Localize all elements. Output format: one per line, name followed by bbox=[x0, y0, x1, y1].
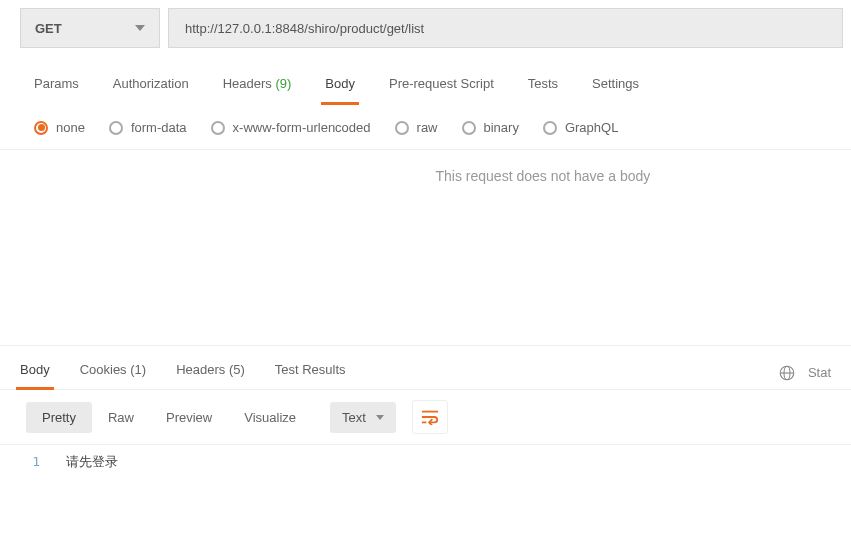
response-tabs: Body Cookies (1) Headers (5) Test Result… bbox=[0, 345, 851, 389]
radio-label: form-data bbox=[131, 120, 187, 135]
response-tab-headers-label: Headers bbox=[176, 362, 225, 377]
radio-label: none bbox=[56, 120, 85, 135]
http-method-value: GET bbox=[35, 21, 62, 36]
response-tab-body[interactable]: Body bbox=[16, 356, 54, 389]
line-number: 1 bbox=[26, 454, 40, 469]
radio-label: x-www-form-urlencoded bbox=[233, 120, 371, 135]
radio-icon bbox=[211, 121, 225, 135]
tab-headers[interactable]: Headers (9) bbox=[219, 72, 296, 105]
response-tab-headers-count: (5) bbox=[229, 362, 245, 377]
no-body-message: This request does not have a body bbox=[436, 168, 651, 184]
tab-headers-label: Headers bbox=[223, 76, 272, 91]
http-method-select[interactable]: GET bbox=[20, 8, 160, 48]
format-visualize[interactable]: Visualize bbox=[228, 402, 312, 433]
radio-icon bbox=[395, 121, 409, 135]
radio-icon bbox=[34, 121, 48, 135]
tab-headers-count: (9) bbox=[275, 76, 291, 91]
chevron-down-icon bbox=[135, 25, 145, 31]
wrap-icon bbox=[421, 409, 439, 425]
radio-icon bbox=[109, 121, 123, 135]
radio-formdata[interactable]: form-data bbox=[109, 120, 187, 135]
url-input[interactable] bbox=[168, 8, 843, 48]
tab-authorization[interactable]: Authorization bbox=[109, 72, 193, 105]
wrap-lines-button[interactable] bbox=[412, 400, 448, 434]
response-tab-headers[interactable]: Headers (5) bbox=[172, 356, 249, 389]
code-line: 1 请先登录 bbox=[26, 453, 831, 471]
response-body-viewer[interactable]: 1 请先登录 bbox=[0, 445, 851, 479]
format-type-value: Text bbox=[342, 410, 366, 425]
response-format-bar: Pretty Raw Preview Visualize Text bbox=[0, 389, 851, 445]
tab-prerequest[interactable]: Pre-request Script bbox=[385, 72, 498, 105]
radio-urlencoded[interactable]: x-www-form-urlencoded bbox=[211, 120, 371, 135]
chevron-down-icon bbox=[376, 415, 384, 420]
body-type-selector: none form-data x-www-form-urlencoded raw… bbox=[0, 106, 851, 150]
response-tab-cookies[interactable]: Cookies (1) bbox=[76, 356, 150, 389]
format-preview[interactable]: Preview bbox=[150, 402, 228, 433]
radio-label: raw bbox=[417, 120, 438, 135]
format-type-select[interactable]: Text bbox=[330, 402, 396, 433]
response-tab-testresults[interactable]: Test Results bbox=[271, 356, 350, 389]
format-pretty[interactable]: Pretty bbox=[26, 402, 92, 433]
radio-graphql[interactable]: GraphQL bbox=[543, 120, 618, 135]
tab-body[interactable]: Body bbox=[321, 72, 359, 105]
format-raw[interactable]: Raw bbox=[92, 402, 150, 433]
tab-settings[interactable]: Settings bbox=[588, 72, 643, 105]
tab-tests[interactable]: Tests bbox=[524, 72, 562, 105]
radio-icon bbox=[462, 121, 476, 135]
radio-none[interactable]: none bbox=[34, 120, 85, 135]
tab-params[interactable]: Params bbox=[30, 72, 83, 105]
radio-icon bbox=[543, 121, 557, 135]
radio-raw[interactable]: raw bbox=[395, 120, 438, 135]
radio-label: binary bbox=[484, 120, 519, 135]
line-content: 请先登录 bbox=[66, 453, 118, 471]
globe-icon[interactable] bbox=[778, 364, 796, 382]
status-label: Stat bbox=[808, 365, 831, 380]
request-body-area: This request does not have a body bbox=[0, 150, 851, 345]
radio-label: GraphQL bbox=[565, 120, 618, 135]
request-tabs: Params Authorization Headers (9) Body Pr… bbox=[0, 56, 851, 106]
radio-binary[interactable]: binary bbox=[462, 120, 519, 135]
response-tab-cookies-label: Cookies bbox=[80, 362, 127, 377]
response-tab-cookies-count: (1) bbox=[130, 362, 146, 377]
